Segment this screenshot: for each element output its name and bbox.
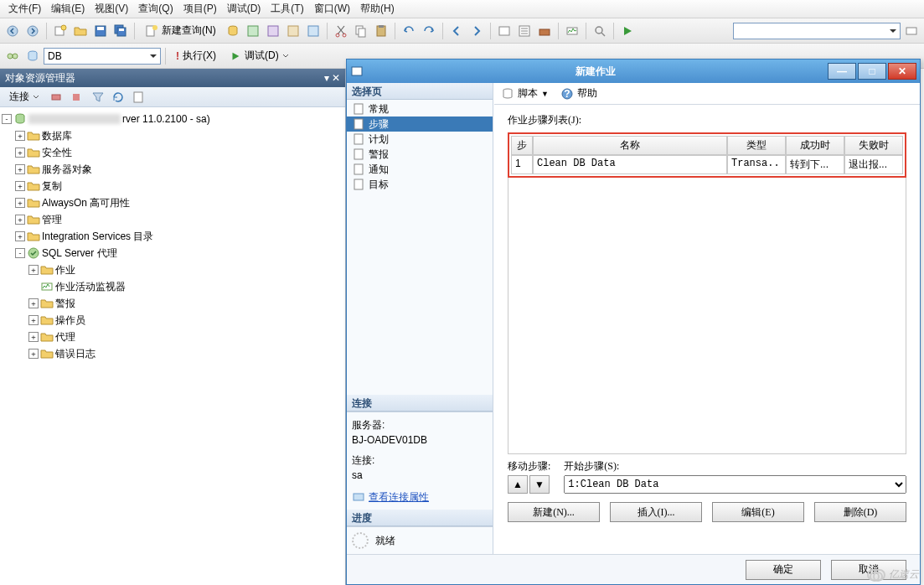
insert-step-button[interactable]: 插入(I)... xyxy=(610,502,702,522)
solution-icon[interactable] xyxy=(495,22,514,40)
expand-icon[interactable]: + xyxy=(15,231,25,241)
menu-help[interactable]: 帮助(H) xyxy=(355,0,400,18)
panel-pin-icon[interactable]: ▾ ✕ xyxy=(324,72,340,84)
analysis-icon[interactable] xyxy=(244,22,262,40)
tree-management[interactable]: 管理 xyxy=(42,213,62,227)
menu-debug[interactable]: 调试(D) xyxy=(222,0,266,18)
tree-errorlogs[interactable]: 错误日志 xyxy=(55,347,95,361)
cut-icon[interactable] xyxy=(332,22,350,40)
new-step-button[interactable]: 新建(N)... xyxy=(508,502,600,522)
expand-icon[interactable]: + xyxy=(28,298,39,308)
page-schedules[interactable]: 计划 xyxy=(347,132,493,147)
menu-view[interactable]: 视图(V) xyxy=(90,0,133,18)
grid-row-1[interactable]: 1 Clean DB Data Transa.. 转到下... 退出报... xyxy=(511,155,903,174)
move-up-button[interactable]: ▲ xyxy=(508,475,528,494)
find-icon[interactable] xyxy=(591,22,609,40)
expand-icon[interactable]: + xyxy=(15,131,25,141)
menu-file[interactable]: 文件(F) xyxy=(3,0,46,18)
expand-icon[interactable]: + xyxy=(28,332,39,342)
expand-icon[interactable]: - xyxy=(2,114,12,124)
menu-window[interactable]: 窗口(W) xyxy=(309,0,355,18)
menu-project[interactable]: 项目(P) xyxy=(178,0,222,18)
page-general[interactable]: 常规 xyxy=(347,101,493,116)
tree-proxies[interactable]: 代理 xyxy=(55,330,75,344)
expand-icon[interactable]: + xyxy=(28,315,39,325)
tree-agent[interactable]: SQL Server 代理 xyxy=(42,246,117,261)
expand-icon[interactable]: + xyxy=(15,215,25,225)
toolbox-icon[interactable] xyxy=(535,22,554,40)
page-notifications[interactable]: 通知 xyxy=(347,162,493,177)
script-dropdown-icon[interactable]: ▼ xyxy=(541,90,549,98)
find-combo[interactable] xyxy=(733,23,901,39)
paste-icon[interactable] xyxy=(372,22,390,40)
database-combo[interactable]: DB xyxy=(44,48,161,65)
disconnect-icon[interactable] xyxy=(47,88,65,106)
expand-icon[interactable]: - xyxy=(15,248,25,258)
tree-jobs[interactable]: 作业 xyxy=(55,263,75,277)
tree-databases[interactable]: 数据库 xyxy=(42,129,72,143)
filter-icon[interactable] xyxy=(89,88,107,106)
tree-replication[interactable]: 复制 xyxy=(42,179,62,194)
menu-edit[interactable]: 编辑(E) xyxy=(46,0,90,18)
redo-icon[interactable] xyxy=(420,22,438,40)
tree-operators[interactable]: 操作员 xyxy=(55,313,85,328)
start-debug-icon[interactable] xyxy=(618,22,637,40)
undo-icon[interactable] xyxy=(400,22,418,40)
script-button[interactable]: 脚本 xyxy=(518,86,538,101)
change-connection-icon[interactable] xyxy=(3,47,22,65)
close-button[interactable]: ✕ xyxy=(888,63,916,80)
col-name[interactable]: 名称 xyxy=(533,136,727,155)
start-step-select[interactable]: 1:Clean DB Data xyxy=(564,475,906,494)
execute-button[interactable]: ! 执行(X) xyxy=(170,46,222,65)
dmx-icon[interactable] xyxy=(264,22,282,40)
back-icon[interactable] xyxy=(3,22,22,40)
tree-security[interactable]: 安全性 xyxy=(42,146,72,160)
grid-empty-area[interactable] xyxy=(508,178,906,454)
xmla-icon[interactable] xyxy=(284,22,302,40)
col-step[interactable]: 步 xyxy=(511,136,533,155)
page-alerts[interactable]: 警报 xyxy=(347,147,493,162)
col-fail[interactable]: 失败时 xyxy=(844,136,903,155)
mdx-icon[interactable] xyxy=(304,22,323,40)
save-icon[interactable] xyxy=(91,22,110,40)
activity-monitor-icon[interactable] xyxy=(563,22,581,40)
expand-icon[interactable]: + xyxy=(15,181,25,191)
menu-tools[interactable]: 工具(T) xyxy=(266,0,308,18)
expand-icon[interactable]: + xyxy=(15,164,25,174)
delete-step-button[interactable]: 删除(D) xyxy=(814,502,906,522)
properties-icon[interactable] xyxy=(515,22,534,40)
expand-icon[interactable]: + xyxy=(28,265,39,275)
maximize-button[interactable]: □ xyxy=(858,63,886,80)
options-icon[interactable] xyxy=(902,22,921,40)
debug-button[interactable]: 调试(D) xyxy=(224,46,295,65)
refresh-icon[interactable] xyxy=(109,88,127,106)
expand-icon[interactable]: + xyxy=(15,198,25,208)
report-icon[interactable] xyxy=(129,88,147,106)
nav-fwd-icon[interactable] xyxy=(467,22,486,40)
nav-back-icon[interactable] xyxy=(447,22,466,40)
expand-icon[interactable]: + xyxy=(15,148,25,158)
tree-isc[interactable]: Integration Services 目录 xyxy=(42,230,153,244)
tree-server-objects[interactable]: 服务器对象 xyxy=(42,163,92,177)
page-steps[interactable]: 步骤 xyxy=(347,116,493,132)
save-all-icon[interactable] xyxy=(111,22,130,40)
col-type[interactable]: 类型 xyxy=(727,136,786,155)
open-icon[interactable] xyxy=(71,22,90,40)
minimize-button[interactable]: — xyxy=(828,63,856,80)
edit-step-button[interactable]: 编辑(E) xyxy=(712,502,804,522)
db-engine-icon[interactable] xyxy=(224,22,242,40)
object-tree[interactable]: -rver 11.0.2100 - sa) +数据库 +安全性 +服务器对象 +… xyxy=(0,107,345,365)
dialog-titlebar[interactable]: 新建作业 — □ ✕ xyxy=(347,60,920,83)
tree-alwayson[interactable]: AlwaysOn 高可用性 xyxy=(42,196,130,210)
help-button[interactable]: 帮助 xyxy=(577,86,597,101)
ok-button[interactable]: 确定 xyxy=(746,560,821,580)
new-query-button[interactable]: 新建查询(N) xyxy=(139,21,222,40)
stop-icon[interactable] xyxy=(67,88,85,106)
expand-icon[interactable]: + xyxy=(28,349,39,359)
view-connection-props-link[interactable]: 查看连接属性 xyxy=(369,489,429,505)
col-success[interactable]: 成功时 xyxy=(786,136,844,155)
available-db-icon[interactable] xyxy=(23,47,42,65)
tree-activity[interactable]: 作业活动监视器 xyxy=(55,280,126,294)
forward-icon[interactable] xyxy=(23,22,42,40)
page-targets[interactable]: 目标 xyxy=(347,177,493,192)
